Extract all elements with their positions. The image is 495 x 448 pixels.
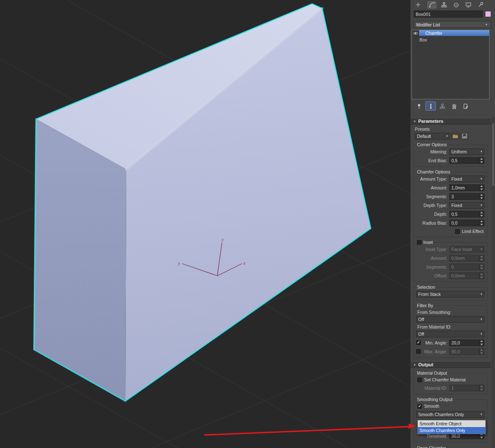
configure-modifier-sets-button[interactable] — [461, 101, 471, 111]
spinner-arrows[interactable] — [479, 255, 484, 261]
spinner-down-icon[interactable] — [480, 259, 483, 261]
inset-type-dropdown[interactable]: Face Inset ▼ — [449, 246, 485, 253]
from-material-id-row: Off ▼ — [416, 330, 485, 337]
tab-modify[interactable] — [427, 1, 436, 8]
amount-type-value: Fixed — [450, 176, 479, 181]
material-id-spinner[interactable]: 1 — [449, 385, 485, 391]
folder-icon — [453, 133, 458, 139]
spinner-up-icon[interactable] — [480, 185, 483, 187]
spinner-down-icon[interactable] — [480, 344, 483, 345]
show-end-result-button[interactable] — [425, 101, 436, 111]
rollout-sash[interactable]: ······· — [411, 112, 495, 114]
radius-bias-spinner[interactable]: 0,0 — [449, 220, 485, 226]
min-angle-checkbox[interactable]: ✓ — [416, 340, 421, 345]
spinner-up-icon[interactable] — [480, 256, 483, 257]
object-name-field[interactable] — [414, 10, 483, 18]
spinner-arrows[interactable] — [479, 220, 484, 226]
spinner-down-icon[interactable] — [480, 268, 483, 269]
inset-offset-value: 0,0mm — [450, 273, 479, 278]
spinner-up-icon[interactable] — [480, 273, 483, 275]
max-angle-spinner[interactable]: 90,0 — [449, 348, 485, 355]
spinner-up-icon[interactable] — [480, 349, 483, 351]
smooth-checkbox[interactable]: ✓ — [417, 404, 422, 409]
from-smoothing-dropdown[interactable]: Off ▼ — [416, 316, 485, 323]
spinner-arrows[interactable] — [479, 211, 484, 217]
modifier-list-dropdown[interactable]: Modifier List ▼ — [414, 21, 491, 28]
spinner-arrows[interactable] — [479, 264, 484, 270]
spinner-up-icon[interactable] — [480, 158, 483, 160]
spinner-down-icon[interactable] — [480, 161, 483, 163]
rollout-parameters[interactable]: ▼ Parameters — [411, 118, 491, 124]
make-unique-button[interactable] — [437, 101, 448, 111]
depth-spinner[interactable]: 0,5 — [449, 211, 485, 218]
group-title: Open Chamfer — [416, 445, 447, 448]
mitering-value: Uniform — [450, 149, 479, 154]
min-angle-row: ✓ Min. Angle: 20,0 — [416, 339, 485, 346]
from-material-id-dropdown[interactable]: Off ▼ — [416, 331, 485, 337]
inset-segments-spinner[interactable]: 0 — [449, 264, 485, 270]
stack-item-chamfer[interactable]: Chamfer — [412, 30, 489, 36]
spinner-down-icon[interactable] — [480, 389, 483, 391]
tab-hierarchy[interactable] — [440, 1, 448, 8]
smoothing-mode-dropdown[interactable]: Smooth Chamfers Only ▼ — [416, 411, 485, 418]
inset-type-value: Face Inset — [450, 247, 479, 252]
inset-type-row: Inset Type: Face Inset ▼ — [416, 246, 485, 253]
rollout-output[interactable]: ▼ Output — [411, 361, 491, 368]
spinner-down-icon[interactable] — [480, 277, 483, 278]
modifier-stack[interactable]: Chamfer Box — [412, 30, 490, 99]
option-smooth-chamfers-only[interactable]: Smooth Chamfers Only — [418, 427, 485, 434]
tab-create[interactable] — [414, 1, 422, 8]
spinner-arrows[interactable] — [479, 158, 484, 163]
segments-spinner[interactable]: 3 — [449, 193, 485, 200]
spinner-up-icon[interactable] — [480, 220, 483, 222]
spinner-down-icon[interactable] — [480, 189, 483, 190]
save-preset-button[interactable] — [461, 133, 469, 140]
inset-amount-spinner[interactable]: 0,5mm — [449, 255, 485, 262]
max-angle-row: Max. Angle: 90,0 — [416, 348, 485, 355]
inset-offset-spinner[interactable]: 0,0mm — [449, 272, 485, 279]
inset-title: Inset — [423, 240, 433, 245]
amount-type-dropdown[interactable]: Fixed ▼ — [449, 176, 485, 182]
spinner-arrows[interactable] — [479, 273, 484, 279]
limit-effect-checkbox[interactable] — [455, 229, 460, 234]
spinner-up-icon[interactable] — [480, 386, 483, 387]
spinner-arrows[interactable] — [479, 340, 484, 346]
modifier-visibility-icon[interactable] — [412, 30, 419, 36]
selection-dropdown[interactable]: From Stack ▼ — [416, 291, 485, 298]
pin-stack-button[interactable] — [414, 101, 424, 111]
load-preset-button[interactable] — [451, 133, 459, 140]
spinner-up-icon[interactable] — [480, 194, 483, 196]
panel-scrollbar[interactable] — [492, 117, 495, 448]
min-angle-spinner[interactable]: 20,0 — [449, 339, 485, 346]
spinner-up-icon[interactable] — [480, 264, 483, 266]
remove-modifier-button[interactable] — [449, 101, 459, 111]
amount-spinner[interactable]: 1,0mm — [449, 184, 485, 191]
stack-item-box[interactable]: Box — [412, 36, 489, 43]
spinner-arrows[interactable] — [479, 349, 484, 355]
spinner-down-icon[interactable] — [480, 352, 483, 354]
depth-type-dropdown[interactable]: Fixed ▼ — [449, 202, 485, 209]
viewport-3d[interactable]: z x y — [0, 0, 410, 448]
end-bias-spinner[interactable]: 0,5 — [449, 157, 485, 164]
object-color-swatch[interactable] — [485, 11, 491, 17]
spinner-up-icon[interactable] — [480, 340, 483, 342]
spinner-arrows[interactable] — [479, 385, 484, 391]
spinner-down-icon[interactable] — [480, 437, 483, 438]
option-smooth-entire-object[interactable]: Smooth Entire Object — [418, 420, 485, 427]
max-angle-checkbox[interactable] — [416, 349, 421, 354]
tab-motion[interactable] — [452, 1, 461, 8]
preset-dropdown[interactable]: Default ▼ — [415, 133, 450, 140]
spinner-arrows[interactable] — [479, 194, 484, 199]
panel-scrollbar-thumb[interactable] — [492, 123, 494, 186]
spinner-down-icon[interactable] — [480, 197, 483, 199]
spinner-up-icon[interactable] — [480, 212, 483, 213]
set-chamfer-material-checkbox[interactable] — [417, 378, 422, 382]
spinner-arrows[interactable] — [479, 185, 484, 191]
tab-utilities[interactable] — [476, 1, 485, 8]
spinner-down-icon[interactable] — [480, 215, 483, 217]
group-inset: Inset Inset Type: Face Inset ▼ Amount: 0… — [413, 242, 487, 282]
mitering-dropdown[interactable]: Uniform ▼ — [449, 148, 485, 155]
inset-checkbox[interactable] — [417, 240, 422, 245]
tab-display[interactable] — [464, 1, 473, 8]
spinner-down-icon[interactable] — [480, 224, 483, 225]
